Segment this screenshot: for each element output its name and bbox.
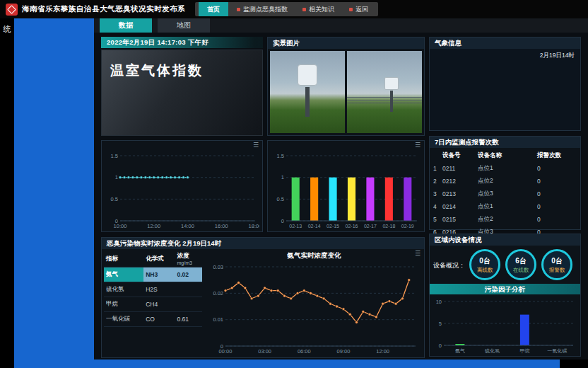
nav-item-3[interactable]: 返回: [343, 4, 375, 15]
factor-analysis-chart: 0510氨气硫化氢甲烷一氧化碳: [433, 297, 577, 355]
alarm-table-row: 20212点位20: [430, 175, 580, 188]
pollutant-body: 指标化学式浓度mg/m3 氨气NH30.02硫化氢H2S甲烷CH4一氧化碳CO0…: [102, 249, 424, 357]
svg-text:0.01: 0.01: [213, 316, 223, 323]
device-stat-value: 0台: [479, 256, 490, 266]
bottom-strip: [94, 360, 560, 368]
pollutant-col-header: 化学式: [143, 251, 175, 268]
app-title: 海南省乐东黎族自治县大气恶臭状况实时发布系: [22, 4, 185, 14]
screen: 海南省乐东黎族自治县大气恶臭状况实时发布系 首页监测点恶臭指数相关知识返回 统 …: [0, 0, 588, 368]
pollutant-panel: 恶臭污染物实时浓度变化 2月19日14时 指标化学式浓度mg/m3 氨气NH30…: [101, 237, 425, 358]
daily-index-panel: ☰ 00.511.502-1302-1402-1502-1602-1702-18…: [267, 140, 425, 232]
svg-text:0.5: 0.5: [111, 196, 118, 202]
weather-panel-title: 气象信息: [430, 38, 580, 49]
pollutant-col-header: 浓度mg/m3: [175, 251, 202, 268]
top-nav: 首页监测点恶臭指数相关知识返回: [195, 2, 378, 16]
pollutant-table-head: 指标化学式浓度mg/m3: [104, 251, 202, 268]
chart-menu-icon[interactable]: ☰: [253, 142, 259, 149]
device-stat-value: 0台: [551, 256, 563, 266]
device-stat-value: 6台: [515, 256, 527, 266]
svg-text:一氧化碳: 一氧化碳: [547, 348, 567, 354]
fence-line: [347, 97, 422, 98]
sidebar: [14, 18, 94, 368]
photos-panel-title: 实景图片: [268, 38, 424, 49]
svg-text:硫化氢: 硫化氢: [484, 348, 500, 354]
svg-text:00:00: 00:00: [219, 348, 233, 355]
pollutant-table: 指标化学式浓度mg/m3 氨气NH30.02硫化氢H2S甲烷CH4一氧化碳CO0…: [104, 251, 202, 327]
title-overflow: 统: [0, 18, 14, 368]
device-stat-circle: 0台离线数: [469, 249, 500, 280]
pollutant-row[interactable]: 硫化氢H2S: [104, 282, 202, 297]
pollutant-table-wrap: 指标化学式浓度mg/m3 氨气NH30.02硫化氢H2S甲烷CH4一氧化碳CO0…: [102, 249, 204, 357]
device-stat-circle: 6台在线数: [505, 249, 536, 280]
nav-item-label: 相关知识: [309, 5, 334, 14]
alarm-table-row: 50215点位20: [430, 213, 580, 226]
weather-timestamp: 2月19日14时: [540, 52, 575, 60]
hero-panel: 温室气体指数: [101, 50, 263, 136]
monitor-device: [298, 64, 317, 86]
nav-item-label: 首页: [207, 5, 220, 14]
datetime-bar: 2022年2月19日 14:17:03 下午好: [101, 37, 263, 48]
ammonia-chart-wrap: 氨气实时浓度变化 ☰ 00.010.020.0300:0003:0006:000…: [204, 249, 424, 357]
alarm-col-header: 设备名称: [476, 149, 536, 162]
svg-text:02-19: 02-19: [401, 224, 414, 229]
nav-item-icon: [302, 8, 306, 11]
nav-item-0[interactable]: 首页: [199, 2, 228, 16]
pollutant-panel-title: 恶臭污染物实时浓度变化 2月19日14时: [102, 238, 424, 249]
svg-text:02-15: 02-15: [327, 224, 339, 229]
greenhouse-trend-panel: ☰ 00.511.510:0012:0014:0016:0018:00: [101, 140, 263, 232]
svg-text:02-17: 02-17: [364, 224, 377, 229]
nav-item-icon: [349, 8, 353, 11]
photo-strip: [268, 49, 424, 135]
svg-text:1.5: 1.5: [277, 153, 284, 159]
greenhouse-trend-chart: 00.511.510:0012:0014:0016:0018:00: [103, 151, 259, 230]
device-stat-circle: 0台报警数: [541, 249, 572, 280]
chart-menu-icon[interactable]: ☰: [415, 142, 421, 149]
logo-icon: [7, 5, 16, 14]
equipment-panel-title: 区域内设备情况: [430, 234, 580, 246]
pollutant-row[interactable]: 一氧化碳CO0.61: [104, 312, 202, 327]
svg-text:09:00: 09:00: [337, 348, 351, 355]
svg-text:02-16: 02-16: [346, 224, 358, 229]
svg-text:5: 5: [439, 321, 442, 327]
svg-text:12:00: 12:00: [376, 348, 389, 355]
pollutant-row[interactable]: 氨气NH30.02: [104, 268, 202, 282]
device-pole: [390, 91, 393, 112]
svg-text:12:00: 12:00: [147, 223, 160, 229]
weather-body: 2月19日14时: [430, 49, 580, 130]
ammonia-chart-title: 氨气实时浓度变化: [204, 251, 424, 260]
tab-1[interactable]: 地图: [158, 18, 210, 33]
alarm-col-header: 报警次数: [536, 149, 580, 162]
alarm-panel-title: 7日内监测点报警次数: [430, 137, 580, 148]
device-stats: 0台离线数6台在线数0台报警数: [469, 249, 572, 280]
ammonia-trend-chart: 00.010.020.0300:0003:0006:0009:0012:00: [206, 262, 420, 355]
nav-item-2[interactable]: 相关知识: [296, 4, 341, 15]
photos-panel: 实景图片: [267, 37, 425, 136]
alarm-panel: 7日内监测点报警次数 设备号设备名称报警次数 10211点位1020212点位2…: [429, 136, 581, 230]
equipment-panel: 区域内设备情况 设备概况： 0台离线数6台在线数0台报警数 污染因子分析 051…: [429, 234, 581, 357]
alarm-table-body: 10211点位1020212点位2030213点位3040214点位105021…: [430, 162, 580, 238]
svg-text:0: 0: [439, 343, 442, 349]
alarm-index-header: [430, 149, 441, 162]
svg-text:0.03: 0.03: [213, 264, 223, 270]
svg-text:1: 1: [115, 174, 118, 180]
svg-text:02-14: 02-14: [308, 224, 321, 229]
alarm-table-head: 设备号设备名称报警次数: [430, 149, 580, 162]
svg-text:03:00: 03:00: [258, 348, 271, 355]
nav-item-1[interactable]: 监测点恶臭指数: [230, 4, 294, 15]
content: 数据地图 2022年2月19日 14:17:03 下午好 温室气体指数 ☰ 00…: [94, 18, 588, 360]
svg-text:氨气: 氨气: [455, 348, 465, 353]
app-logo: [6, 4, 18, 16]
svg-text:02-18: 02-18: [382, 224, 395, 229]
device-stat-label: 离线数: [477, 267, 493, 274]
pollutant-row[interactable]: 甲烷CH4: [104, 297, 202, 312]
nav-item-icon: [237, 8, 240, 11]
chart-menu-icon[interactable]: ☰: [415, 250, 421, 257]
device-stat-label: 在线数: [513, 267, 529, 274]
pollutant-col-header: 指标: [104, 251, 143, 268]
view-tabs: 数据地图: [94, 18, 588, 33]
factor-analysis-title: 污染因子分析: [430, 284, 580, 294]
tab-0[interactable]: 数据: [100, 18, 152, 33]
alarm-table-row: 10211点位10: [430, 162, 580, 175]
svg-text:0.02: 0.02: [213, 290, 223, 297]
weather-panel: 气象信息 2月19日14时: [429, 37, 581, 131]
